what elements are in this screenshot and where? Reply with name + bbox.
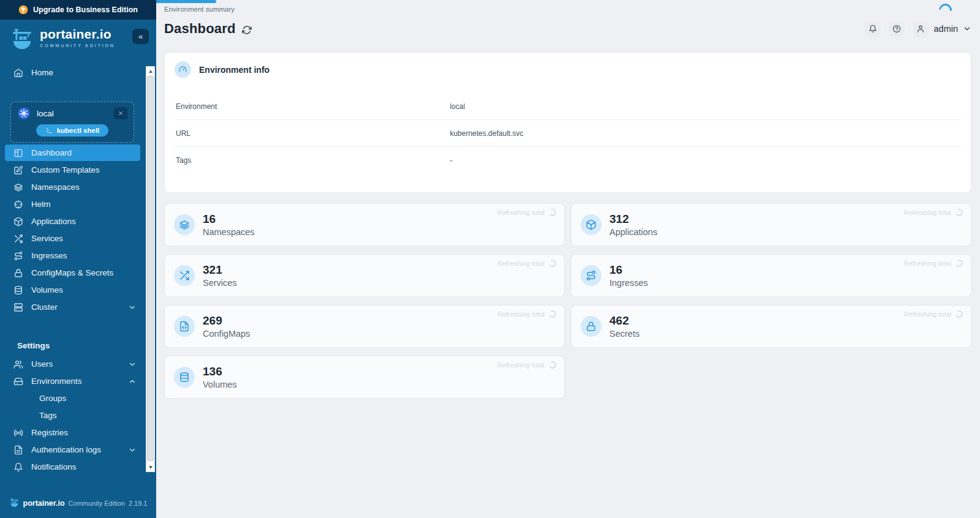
stat-card-services[interactable]: 321 Services Refreshing total <box>164 254 565 297</box>
edit-icon <box>13 165 23 175</box>
sidebar-scrollbar[interactable] <box>146 66 155 472</box>
refreshing-label: Refreshing total <box>497 361 545 369</box>
spinner-icon <box>548 360 557 369</box>
environment-box: local kubectl shell <box>10 102 134 143</box>
scrollbar-down-arrow[interactable] <box>146 463 154 471</box>
spinner-icon <box>548 309 557 318</box>
stat-count: 16 <box>609 263 648 277</box>
spinner-icon <box>954 309 963 318</box>
sidebar-item-authentication-logs[interactable]: Authentication logs <box>5 441 140 458</box>
refreshing-indicator: Refreshing total <box>904 310 963 318</box>
bell-icon <box>869 24 877 33</box>
loading-progress-bar <box>156 0 216 3</box>
sidebar-item-helm[interactable]: Helm <box>5 196 140 212</box>
file-code-icon <box>179 321 190 332</box>
stat-count: 462 <box>609 314 639 328</box>
terminal-icon <box>45 127 53 134</box>
chevron-down-icon[interactable] <box>963 24 971 33</box>
sidebar-collapse-button[interactable]: « <box>132 29 149 44</box>
user-icon <box>916 24 925 33</box>
notifications-button[interactable] <box>865 21 881 37</box>
stat-card-ingresses[interactable]: 16 Ingresses Refreshing total <box>571 254 971 297</box>
spinner-icon <box>548 208 557 217</box>
environment-close-button[interactable] <box>114 107 127 119</box>
chevron-up-icon <box>128 377 137 386</box>
sidebar-item-tags[interactable]: Tags <box>5 407 140 424</box>
help-button[interactable] <box>889 21 905 37</box>
user-name: admin <box>934 24 959 34</box>
sidebar-item-configmaps-secrets[interactable]: ConfigMaps & Secrets <box>5 265 140 281</box>
upgrade-banner[interactable]: Upgrade to Business Edition <box>0 0 156 20</box>
stat-card-namespaces[interactable]: 16 Namespaces Refreshing total <box>164 203 565 246</box>
refreshing-label: Refreshing total <box>497 260 545 267</box>
user-menu[interactable]: admin <box>913 21 972 37</box>
sidebar-item-registries[interactable]: Registries <box>5 424 140 441</box>
sidebar-nav: Home local kubectl shell Dashboard <box>0 57 156 489</box>
shuffle-icon <box>179 270 190 281</box>
upgrade-arrow-icon <box>18 5 28 15</box>
kubectl-shell-button[interactable]: kubectl shell <box>36 124 109 137</box>
sidebar-item-namespaces[interactable]: Namespaces <box>5 179 140 195</box>
user-avatar[interactable] <box>913 21 929 37</box>
portainer-logo-icon <box>10 28 34 52</box>
stat-count: 269 <box>203 314 250 328</box>
sidebar-item-notifications[interactable]: Notifications <box>5 459 140 475</box>
sidebar-item-ingresses[interactable]: Ingresses <box>5 247 140 264</box>
lock-icon <box>586 321 597 332</box>
refresh-icon[interactable] <box>242 25 252 35</box>
sidebar-item-environments[interactable]: Environments <box>5 373 140 389</box>
brand-name: portainer.io <box>40 28 115 41</box>
help-icon <box>892 24 901 33</box>
stat-label: ConfigMaps <box>203 329 250 339</box>
stat-card-volumes[interactable]: 136 Volumes Refreshing total <box>164 356 565 399</box>
refreshing-indicator: Refreshing total <box>904 260 963 267</box>
page-title: Dashboard <box>164 21 236 37</box>
refreshing-label: Refreshing total <box>904 310 951 318</box>
kubectl-shell-label: kubectl shell <box>57 127 100 134</box>
sidebar-item-applications[interactable]: Applications <box>5 213 140 230</box>
scrollbar-thumb[interactable] <box>147 76 154 461</box>
sidebar-item-volumes[interactable]: Volumes <box>5 282 140 298</box>
stat-icon-bubble <box>581 214 601 235</box>
stat-card-configmaps[interactable]: 269 ConfigMaps Refreshing total <box>164 305 565 348</box>
sidebar-item-label: Notifications <box>31 462 77 471</box>
stat-icon-bubble <box>174 214 195 235</box>
env-info-value: local <box>450 102 961 111</box>
sidebar-item-groups[interactable]: Groups <box>5 390 140 407</box>
sidebar-footer: portainer.io Community Edition 2.19.1 <box>0 489 156 518</box>
brand-edition: COMMUNITY EDITION <box>40 43 115 48</box>
sidebar-item-label: Dashboard <box>31 148 72 157</box>
route-icon <box>586 270 597 281</box>
sidebar-item-custom-templates[interactable]: Custom Templates <box>5 162 140 178</box>
refreshing-indicator: Refreshing total <box>497 361 556 369</box>
dashboard-icon <box>13 148 23 158</box>
stat-icon-bubble <box>174 265 195 286</box>
refreshing-label: Refreshing total <box>497 209 545 216</box>
sidebar-item-home[interactable]: Home <box>5 64 140 81</box>
chevron-down-icon <box>128 360 137 369</box>
sidebar-item-users[interactable]: Users <box>5 356 140 372</box>
stat-card-applications[interactable]: 312 Applications Refreshing total <box>571 203 971 246</box>
kubernetes-icon <box>17 107 31 120</box>
stat-label: Ingresses <box>609 278 648 288</box>
environment-menu: Dashboard Custom Templates Namespaces He… <box>0 145 144 315</box>
stat-icon-bubble <box>581 316 601 337</box>
box-icon <box>586 219 597 230</box>
scrollbar-up-arrow[interactable] <box>146 67 154 75</box>
layers-icon <box>179 219 190 230</box>
sidebar-item-services[interactable]: Services <box>5 230 140 247</box>
stat-count: 321 <box>203 263 237 277</box>
sidebar-item-label: Helm <box>31 200 51 209</box>
footer-brand[interactable]: portainer.io <box>23 499 65 508</box>
stat-count: 16 <box>203 212 255 227</box>
stat-card-secrets[interactable]: 462 Secrets Refreshing total <box>571 305 971 348</box>
stat-icon-bubble <box>174 367 195 388</box>
stat-icon-bubble <box>581 265 601 286</box>
sidebar-item-dashboard[interactable]: Dashboard <box>5 145 140 161</box>
sidebar-item-label: Registries <box>31 428 68 437</box>
sidebar-item-label: Ingresses <box>31 251 67 260</box>
env-info-value: - <box>450 156 961 165</box>
sidebar-item-label: ConfigMaps & Secrets <box>31 268 113 277</box>
sidebar-item-cluster[interactable]: Cluster <box>5 299 140 315</box>
env-info-label: Tags <box>175 156 450 165</box>
